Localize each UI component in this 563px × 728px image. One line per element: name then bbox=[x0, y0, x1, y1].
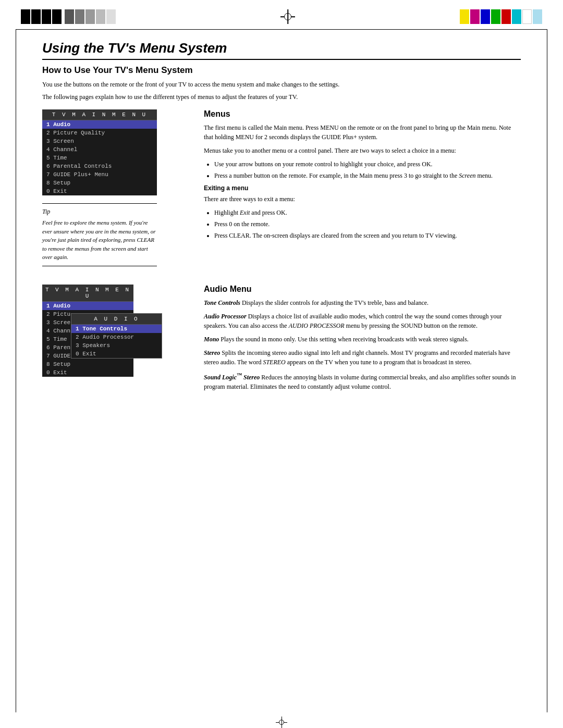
audio-desc-processor: Audio Processor Displays a choice list o… bbox=[204, 312, 521, 330]
audio-item-2: 2 Audio Processor bbox=[71, 333, 162, 341]
menu-item-parental: 6 Parental Controls bbox=[42, 162, 157, 170]
audio-right-col: Audio Menu Tone Controls Displays the sl… bbox=[204, 285, 521, 399]
grey-block-4 bbox=[96, 9, 105, 24]
exit-bullet-list: Highlight Exit and press OK. Press 0 on … bbox=[214, 208, 521, 240]
menus-section: T V M A I N M E N U 1 Audio 2 Picture Qu… bbox=[42, 109, 521, 274]
bullet-2: Press a number button on the remote. For… bbox=[214, 171, 521, 180]
menu-item-exit: 0 Exit bbox=[42, 187, 157, 195]
menu-item-guide: 7 GUIDE Plus+ Menu bbox=[42, 170, 157, 179]
intro-text-2: The following pages explain how to use t… bbox=[42, 92, 521, 102]
audio-desc-mono: Mono Plays the sound in mono only. Use t… bbox=[204, 335, 521, 344]
black-blocks bbox=[21, 9, 62, 24]
bottom-crosshair bbox=[0, 712, 563, 728]
audio-desc-soundlogic: Sound Logic™ Stereo Reduces the annoying… bbox=[204, 371, 521, 391]
grey-blocks bbox=[65, 9, 116, 24]
menu-item-setup: 8 Setup bbox=[42, 179, 157, 187]
color-red bbox=[501, 9, 511, 24]
exit-bullet-1: Highlight Exit and press OK. bbox=[214, 208, 521, 217]
audio-two-col: T V M A I N M E N U 1 Audio 2 Pictu 3 Sc… bbox=[42, 285, 521, 399]
color-cyan bbox=[512, 9, 521, 24]
tv-main-menu-box: T V M A I N M E N U 1 Audio 2 Picture Qu… bbox=[42, 109, 157, 195]
color-ltcyan bbox=[533, 9, 542, 24]
exit-title: Exiting a menu bbox=[204, 184, 521, 192]
audio-menu-title: Audio Menu bbox=[204, 285, 521, 294]
crosshair-center bbox=[116, 9, 460, 24]
audio-desc-tone: Tone Controls Displays the slider contro… bbox=[204, 298, 521, 307]
black-block-3 bbox=[42, 9, 51, 24]
menu-item-audio: 1 Audio bbox=[42, 120, 157, 129]
crosshair-sm-circle bbox=[279, 720, 284, 725]
exit-bullet-2: Press 0 on the remote. bbox=[214, 219, 521, 229]
tip-divider-top bbox=[42, 203, 157, 204]
audio-main-item-8: 8 Setup bbox=[42, 360, 133, 368]
tip-text: Feel free to explore the menu system. If… bbox=[42, 218, 157, 262]
right-column: Menus The first menu is called the Main … bbox=[204, 109, 521, 274]
menu-overlay: T V M A I N M E N U 1 Audio 2 Pictu 3 Sc… bbox=[42, 285, 178, 399]
bullet-1: Use your arrow buttons on your remote co… bbox=[214, 159, 521, 169]
grey-block-2 bbox=[75, 9, 84, 24]
intro-text-1: You use the buttons on the remote or the… bbox=[42, 80, 521, 89]
audio-submenu-front: A U D I O 1 Tone Controls 2 Audio Proces… bbox=[71, 313, 162, 359]
audio-item-0: 0 Exit bbox=[71, 350, 162, 358]
black-block-2 bbox=[31, 9, 41, 24]
audio-mono-text: Plays the sound in mono only. Use this s… bbox=[221, 336, 468, 343]
menus-para2: Menus take you to another menu or a cont… bbox=[204, 146, 521, 155]
menus-bullet-list: Use your arrow buttons on your remote co… bbox=[214, 159, 521, 180]
menus-para1: The first menu is called the Main menu. … bbox=[204, 123, 521, 142]
audio-item-1: 1 Tone Controls bbox=[71, 325, 162, 333]
color-blocks-left bbox=[21, 9, 116, 24]
menu-item-channel: 4 Channel bbox=[42, 145, 157, 154]
crosshair-icon bbox=[280, 9, 295, 24]
grey-block-1 bbox=[65, 9, 74, 24]
menus-title: Menus bbox=[204, 109, 521, 119]
audio-stereo-text: Splits the incoming stereo audio signal … bbox=[204, 349, 510, 366]
menu-item-time: 5 Time bbox=[42, 154, 157, 162]
main-content: Using the TV's Menu System How to Use Yo… bbox=[16, 30, 547, 410]
grey-block-3 bbox=[85, 9, 95, 24]
tip-divider-bottom bbox=[42, 266, 157, 266]
audio-main-item-0: 0 Exit bbox=[42, 368, 133, 377]
audio-submenu-header: A U D I O bbox=[71, 314, 162, 325]
crosshair-sm-icon bbox=[276, 717, 287, 728]
top-bar bbox=[0, 0, 563, 29]
audio-desc-stereo: Stereo Splits the incoming stereo audio … bbox=[204, 348, 521, 367]
audio-item-3: 3 Speakers bbox=[71, 341, 162, 350]
outer-wrapper: Using the TV's Menu System How to Use Yo… bbox=[16, 30, 547, 712]
exit-intro: There are three ways to exit a menu: bbox=[204, 194, 521, 204]
menu-item-picture: 2 Picture Quality bbox=[42, 129, 157, 137]
color-white bbox=[522, 9, 532, 24]
black-block-4 bbox=[52, 9, 62, 24]
tv-menu-header: T V M A I N M E N U bbox=[42, 109, 157, 120]
audio-main-menu-header: T V M A I N M E N U bbox=[42, 285, 133, 302]
black-block-1 bbox=[21, 9, 30, 24]
sub-title: How to Use Your TV's Menu System bbox=[42, 65, 521, 76]
tip-label: Tip bbox=[42, 208, 188, 216]
color-green bbox=[491, 9, 500, 24]
color-yellow bbox=[460, 9, 469, 24]
audio-menu-section: T V M A I N M E N U 1 Audio 2 Pictu 3 Sc… bbox=[42, 285, 521, 399]
color-blocks-right bbox=[460, 9, 542, 24]
left-column: T V M A I N M E N U 1 Audio 2 Picture Qu… bbox=[42, 109, 188, 274]
page-title: Using the TV's Menu System bbox=[42, 40, 521, 60]
audio-main-item-1: 1 Audio bbox=[42, 302, 133, 310]
audio-processor-text: Displays a choice list of available audi… bbox=[204, 313, 502, 329]
audio-left-col: T V M A I N M E N U 1 Audio 2 Pictu 3 Sc… bbox=[42, 285, 188, 399]
crosshair-circle bbox=[284, 13, 291, 20]
color-magenta bbox=[470, 9, 480, 24]
color-blue bbox=[481, 9, 490, 24]
grey-block-5 bbox=[106, 9, 116, 24]
menu-item-screen: 3 Screen bbox=[42, 137, 157, 145]
exit-bullet-3: Press CLEAR. The on-screen displays are … bbox=[214, 231, 521, 240]
audio-tone-text: Displays the slider controls for adjusti… bbox=[242, 299, 429, 306]
